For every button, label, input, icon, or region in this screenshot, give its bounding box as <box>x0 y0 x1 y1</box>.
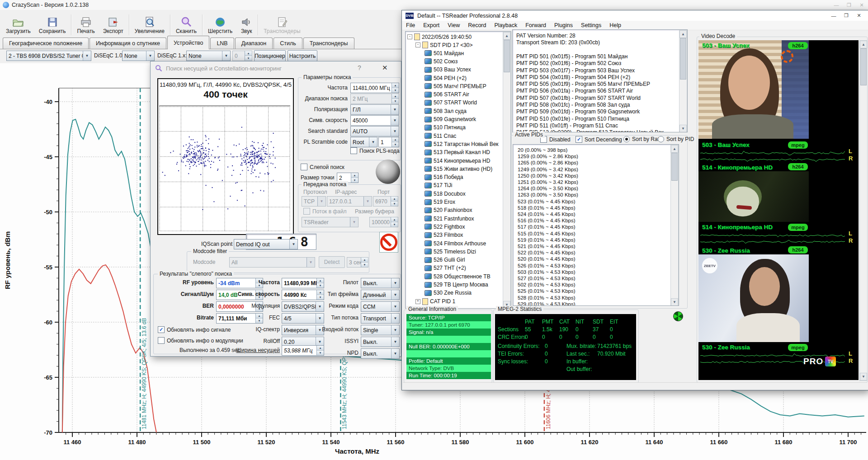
pid-row[interactable]: 20 (0.00% ~ 398 bps) <box>518 147 567 153</box>
dropdown[interactable]: Выкл.▼ <box>361 348 400 359</box>
expand-icon[interactable]: + <box>415 299 420 304</box>
scrollbar-thumb[interactable] <box>671 153 678 181</box>
pid-row[interactable]: 1251 (0.00% ~ 3.42 Kbps) <box>518 179 578 185</box>
pid-row[interactable]: 529 (0.01% ~ 4.53 Kbps) <box>518 301 576 306</box>
diseqc10-select[interactable]: None▼ <box>122 51 155 61</box>
configure-button[interactable]: Настроить <box>288 50 317 61</box>
pid-row[interactable]: 517 (0.01% ~ 4.45 Kbps) <box>518 224 576 230</box>
scroll-down-icon[interactable]: ▼ <box>860 373 867 380</box>
pid-row[interactable]: 520 (0.01% ~ 4.45 Kbps) <box>518 256 576 262</box>
dropdown[interactable]: Длинный▼ <box>361 290 400 300</box>
pid-row[interactable]: 525 (0.01% ~ 4.53 Kbps) <box>518 288 576 294</box>
menu-Help[interactable]: Help <box>605 22 625 28</box>
scrollbar-thumb[interactable] <box>504 40 510 72</box>
pid-row[interactable]: 524 (0.01% ~ 4.45 Kbps) <box>518 211 576 217</box>
toolbar-button-Печать[interactable]: Печать <box>73 11 99 35</box>
menu-Forward[interactable]: Forward <box>521 22 550 28</box>
tab-Стиль[interactable]: Стиль <box>274 38 302 49</box>
tree-item-channel-503[interactable]: 503 Ваш Успех <box>425 66 471 73</box>
scroll-up-icon[interactable]: ▲ <box>503 32 510 40</box>
tab-Устройство[interactable]: Устройство <box>167 36 209 49</box>
pid-row[interactable]: 1264 (0.00% ~ 3.50 Kbps) <box>518 186 578 191</box>
video-scrollbar[interactable]: ▲ ▼ <box>859 40 868 381</box>
dropdown[interactable]: Root▼ <box>350 137 377 147</box>
tab-Транспондеры[interactable]: Транспондеры <box>303 38 354 49</box>
maximize-icon[interactable]: ❐ <box>840 12 853 20</box>
dropdown[interactable]: AUTO▼ <box>350 126 399 136</box>
close-icon[interactable]: ✕ <box>855 1 868 9</box>
pls-search-checkbox[interactable]: Поиск PLS-кода <box>350 147 400 154</box>
dropdown[interactable]: Г/Л▼ <box>350 104 399 115</box>
toolbar-button-Сохранить[interactable]: Сохранить <box>35 11 70 35</box>
dropdown[interactable]: Выкл.▼ <box>361 278 400 288</box>
video-thumbnail[interactable] <box>698 171 809 222</box>
minimize-icon[interactable]: — <box>830 1 843 9</box>
toolbar-button-Шерстить[interactable]: Шерстить <box>204 11 236 35</box>
tuner-select[interactable]: 2 - TBS 6908 DVBS/S2 Tuner 0▼ <box>6 51 91 61</box>
tree-item-channel-515[interactable]: 515 Живи активно (HD) <box>425 166 492 172</box>
scrollbar-thumb[interactable] <box>860 48 867 85</box>
maximize-icon[interactable]: ❐ <box>843 1 855 9</box>
tree-item-channel-526[interactable]: 526 Gulli Girl <box>425 257 465 263</box>
pat-scrollbar[interactable]: ▲ ▼ <box>679 30 687 132</box>
collapse-icon[interactable]: - <box>415 42 420 47</box>
tree-item-channel-516[interactable]: 516 Победа <box>425 174 463 180</box>
tree-item-channel-509[interactable]: 509 Gagsnetwork <box>425 116 476 122</box>
update-signal-info-checkbox[interactable]: ✓ Обновлять инфо сигнале <box>158 326 231 333</box>
pid-row[interactable]: 518 (0.01% ~ 4.45 Kbps) <box>518 205 576 211</box>
toolbar-button-Загрузить[interactable]: Загрузить <box>2 11 35 35</box>
stepper-field[interactable]: 11481,000 МГц▲▼ <box>350 83 399 93</box>
minimize-icon[interactable]: — <box>827 12 840 20</box>
tree-item-channel-525[interactable]: 525 Timeless Dizi <box>425 249 476 255</box>
menu-View[interactable]: View <box>443 22 464 28</box>
menu-Settings[interactable]: Settings <box>577 22 605 28</box>
tab-Диапазон[interactable]: Диапазон <box>235 38 273 49</box>
tree-item-channel-514[interactable]: 514 Кинопремьера HD <box>425 158 490 164</box>
blind-search-checkbox[interactable]: Слепой поиск <box>301 164 344 170</box>
scroll-up-icon[interactable]: ▲ <box>860 41 867 48</box>
pid-row[interactable]: 1263 (0.00% ~ 3.50 Kbps) <box>518 192 578 197</box>
sort-by-pid-radio[interactable]: Sort by PID <box>658 136 694 142</box>
tree-item-channel-530[interactable]: 530 Zee Russia <box>425 290 472 296</box>
sort-descending-checkbox[interactable]: ✓ Sort Decending <box>576 136 622 143</box>
positioner-button[interactable]: Позиционер <box>254 50 286 61</box>
dropdown[interactable]: CCM▼ <box>361 301 400 312</box>
tree-item-channel-505[interactable]: 505 Матч! ПРЕМЬЕР <box>425 83 486 89</box>
pid-row[interactable]: 523 (0.01% ~ 4.45 Kbps) <box>518 199 576 204</box>
tab-Географическое положение[interactable]: Географическое положение <box>3 38 89 49</box>
tree-item-channel-521[interactable]: 521 Fastnfunbox <box>425 216 474 222</box>
stepper-field[interactable]: 1▲▼ <box>378 137 399 147</box>
tree-item-channel-513[interactable]: 513 Первый Канал HD <box>425 149 490 155</box>
pid-row[interactable]: 515 (0.01% ~ 4.45 Kbps) <box>518 231 576 236</box>
toolbar-button-Звук[interactable]: Звук <box>236 11 256 35</box>
pid-row[interactable]: 526 (0.01% ~ 4.53 Kbps) <box>518 263 576 268</box>
pid-row[interactable]: 519 (0.01% ~ 4.45 Kbps) <box>518 237 576 243</box>
pids-scrollbar[interactable]: ▲ ▼ <box>670 145 679 306</box>
update-modulation-info-checkbox[interactable]: Обновлять инфо о модуляции <box>158 337 243 344</box>
tab-Информация о спутнике[interactable]: Информация о спутнике <box>90 38 166 49</box>
tree-item-channel-520[interactable]: 520 Fashionbox <box>425 207 472 213</box>
tree-item-channel-527[interactable]: 527 ТНТ (+2) <box>425 265 466 271</box>
pid-row[interactable]: 522 (0.01% ~ 4.45 Kbps) <box>518 250 576 255</box>
dropdown[interactable]: Single▼ <box>361 325 400 335</box>
scroll-down-icon[interactable]: ▼ <box>671 298 678 306</box>
toolbar-button-Сканить[interactable]: Сканить <box>172 11 201 35</box>
iqscan-select[interactable]: Demod IQ out▼ <box>234 239 298 249</box>
tree-item-channel-501[interactable]: 501 Майдан <box>425 50 464 56</box>
tree-item-channel-511[interactable]: 511 Спас <box>425 133 456 139</box>
toolbar-button-Увеличение[interactable]: Увеличение <box>131 11 169 35</box>
pid-row[interactable]: 502 (0.01% ~ 4.53 Kbps) <box>518 282 576 287</box>
tree-item-channel-519[interactable]: 519 Erox <box>425 199 455 205</box>
tree-item-channel-506[interactable]: 506 START Air <box>425 91 469 98</box>
tree-item-root[interactable]: -2022/05/26 19:40:50 <box>407 33 472 40</box>
tree-item-channel-524[interactable]: 524 Filmbox Arthouse <box>425 240 486 247</box>
pid-row[interactable]: 521 (0.01% ~ 4.45 Kbps) <box>518 244 576 249</box>
pid-row[interactable]: 528 (0.01% ~ 4.53 Kbps) <box>518 295 576 300</box>
tree-item-channel-517[interactable]: 517 TiJi <box>425 182 452 188</box>
pid-row[interactable]: 503 (0.01% ~ 4.53 Kbps) <box>518 269 576 275</box>
scroll-up-icon[interactable]: ▲ <box>679 30 687 38</box>
pid-row[interactable]: 527 (0.01% ~ 4.53 Kbps) <box>518 276 576 281</box>
help-icon[interactable]: ? <box>358 64 361 71</box>
tree-item-channel-510[interactable]: 510 Пятница <box>425 124 466 131</box>
menu-Playback[interactable]: Playback <box>490 22 521 28</box>
